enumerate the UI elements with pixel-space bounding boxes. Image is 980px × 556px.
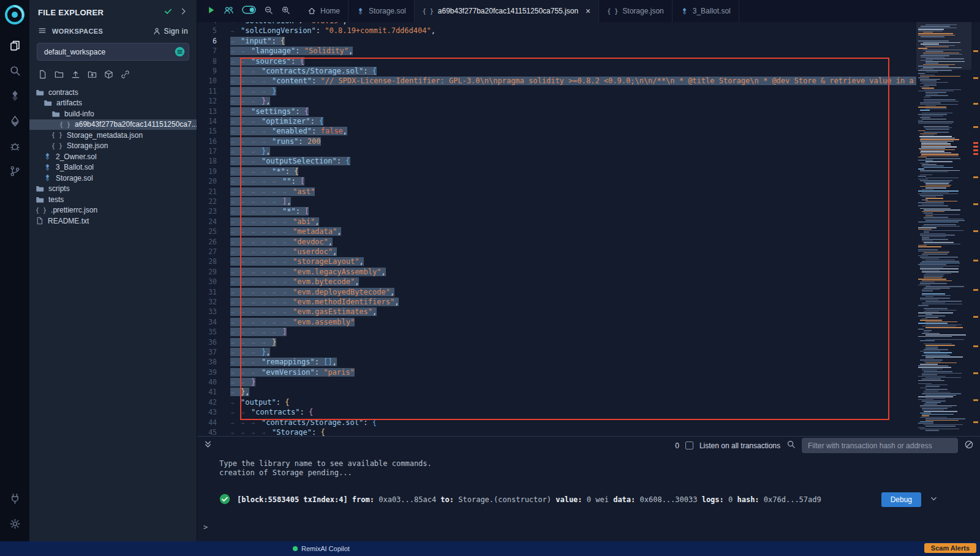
debugger-icon[interactable] (0, 133, 29, 159)
tree-item-scripts[interactable]: scripts (29, 184, 197, 195)
zoom-out-icon[interactable] (264, 6, 273, 17)
tree-item-contracts[interactable]: contracts (29, 87, 197, 98)
code-line-26[interactable]: 26→→→→→→"devdoc", (197, 237, 916, 247)
zoom-in-icon[interactable] (281, 6, 290, 17)
code-line-19[interactable]: 19→→→→"*": { (197, 167, 916, 176)
code-line-20[interactable]: 20→→→→→"": [ (197, 176, 916, 186)
solidity-compiler-icon[interactable] (0, 83, 29, 108)
git-icon[interactable] (0, 159, 29, 184)
code-line-28[interactable]: 28→→→→→→"storageLayout", (197, 257, 916, 266)
code-line-37[interactable]: 37→→→}, (197, 347, 916, 357)
code-line-40[interactable]: 40→→} (197, 377, 916, 387)
code-line-22[interactable]: 22→→→→→], (197, 197, 916, 206)
workspace-selector[interactable]: default_workspace (37, 43, 189, 61)
copilot-status[interactable]: RemixAI Copilot (293, 541, 350, 556)
code-line-24[interactable]: 24→→→→→→"abi", (197, 217, 916, 227)
code-line-36[interactable]: 36→→→→} (197, 337, 916, 347)
code-line-23[interactable]: 23→→→→→"*": [ (197, 206, 916, 216)
tree-item-3-ballot-sol[interactable]: 3_Ballot.sol (29, 162, 197, 173)
code-line-27[interactable]: 27→→→→→→"userdoc", (197, 247, 916, 257)
code-line-9[interactable]: 9→→→"contracts/Storage.sol": { (197, 66, 916, 76)
code-line-35[interactable]: 35→→→→→] (197, 327, 916, 337)
code-line-25[interactable]: 25→→→→→→"metadata", (197, 227, 916, 236)
tab-home[interactable]: Home (300, 0, 349, 22)
terminal-output[interactable]: Type the library name to see available c… (197, 454, 980, 541)
upload-file-icon[interactable] (71, 70, 80, 81)
scam-alerts-badge[interactable]: Scam Alerts (924, 543, 976, 553)
listen-all-checkbox[interactable] (685, 441, 693, 449)
run-script-icon[interactable] (206, 6, 216, 17)
code-line-7[interactable]: 7→→"language": "Solidity", (197, 46, 916, 56)
overview-ruler[interactable] (971, 22, 980, 436)
code-line-34[interactable]: 34→→→→→→"evm.assembly" (197, 317, 916, 327)
new-file-icon[interactable] (38, 70, 47, 81)
upload-folder-icon[interactable] (88, 70, 97, 81)
clear-terminal-icon[interactable] (964, 440, 974, 452)
transaction-filter-input[interactable] (802, 438, 958, 453)
link-icon[interactable] (121, 70, 130, 81)
code-line-30[interactable]: 30→→→→→→"evm.bytecode", (197, 277, 916, 287)
tree-item-storage-metadata-json[interactable]: { }Storage_metadata.json (29, 130, 197, 141)
workspace-options-icon[interactable] (175, 47, 185, 57)
deploy-and-run-icon[interactable] (0, 108, 29, 133)
tab-storage-sol[interactable]: Storage.sol (349, 0, 415, 22)
code-line-11[interactable]: 11→→→→} (197, 86, 916, 96)
tab-storage-json[interactable]: { }Storage.json (599, 0, 672, 22)
hamburger-icon[interactable] (38, 26, 47, 36)
code-line-44[interactable]: 44→→→"contracts/Storage.sol": { (197, 418, 916, 427)
code-line-18[interactable]: 18→→→"outputSelection": { (197, 156, 916, 166)
code-line-5[interactable]: 5→"solcLongVersion": "0.8.19+commit.7dd6… (197, 26, 916, 36)
tree-item-prettierrc-json[interactable]: { }.prettierrc.json (29, 205, 197, 216)
code-line-6[interactable]: 6→"input": { (197, 36, 916, 46)
code-line-43[interactable]: 43→→"contracts": { (197, 407, 916, 417)
code-line-45[interactable]: 45→→→→"Storage": { (197, 427, 916, 436)
code-line-8[interactable]: 8→→"sources": { (197, 56, 916, 66)
code-line-15[interactable]: 15→→→→"enabled": false, (197, 126, 916, 136)
code-line-42[interactable]: 42→"output": { (197, 397, 916, 407)
code-line-21[interactable]: 21→→→→→→"ast" (197, 187, 916, 197)
debug-button[interactable]: Debug (881, 492, 921, 507)
code-line-32[interactable]: 32→→→→→→"evm.methodIdentifiers", (197, 297, 916, 307)
collapse-terminal-icon[interactable] (203, 440, 213, 451)
users-icon[interactable] (224, 5, 234, 18)
chevron-right-icon[interactable] (179, 7, 188, 18)
tree-item-tests[interactable]: tests (29, 194, 197, 205)
tree-item-artifacts[interactable]: artifacts (29, 98, 197, 109)
cube-icon[interactable] (104, 70, 113, 81)
transaction-row[interactable]: [block:5583405 txIndex:4] from: 0xa03...… (219, 492, 980, 507)
code-line-17[interactable]: 17→→→}, (197, 146, 916, 156)
terminal-search-icon[interactable] (786, 440, 796, 451)
tree-item-readme-txt[interactable]: README.txt (29, 216, 197, 227)
code-line-10[interactable]: 10→→→→"content": "// SPDX-License-Identi… (197, 76, 916, 86)
code-line-12[interactable]: 12→→→}, (197, 96, 916, 106)
chevron-down-icon[interactable] (929, 494, 938, 505)
search-icon[interactable] (0, 58, 29, 83)
check-icon[interactable] (164, 7, 173, 18)
sign-in-button[interactable]: Sign in (153, 27, 189, 36)
settings-gear-icon[interactable] (0, 511, 29, 536)
code-line-39[interactable]: 39→→→"evmVersion": "paris" (197, 367, 916, 377)
code-line-16[interactable]: 16→→→→"runs": 200 (197, 137, 916, 146)
tree-item-a69b43f277ba20fcac141151250ca7[interactable]: { }a69b43f277ba20fcac141151250ca7... (29, 119, 197, 130)
tree-item-storage-sol[interactable]: Storage.sol (29, 173, 197, 184)
file-explorer-icon[interactable] (0, 33, 29, 58)
tree-item-storage-json[interactable]: { }Storage.json (29, 141, 197, 152)
code-line-41[interactable]: 41→}, (197, 387, 916, 397)
ai-copilot-toggle[interactable] (242, 6, 256, 17)
terminal-prompt[interactable]: > (203, 523, 208, 532)
tree-item-2-owner-sol[interactable]: 2_Owner.sol (29, 151, 197, 162)
code-editor[interactable]: 4→"solcVersion": "0.8.19",5→"solcLongVer… (197, 22, 980, 436)
tree-item-build-info[interactable]: build-info (29, 108, 197, 119)
minimap[interactable] (916, 22, 971, 436)
tab-a69b43f277ba20fcac141151250ca755-json[interactable]: { }a69b43f277ba20fcac141151250ca755.json… (415, 0, 600, 22)
remix-logo-icon[interactable] (4, 4, 26, 26)
plugin-manager-icon[interactable] (0, 486, 29, 511)
code-line-29[interactable]: 29→→→→→→"evm.legacyAssembly", (197, 267, 916, 277)
close-tab-icon[interactable]: × (586, 7, 590, 15)
code-line-38[interactable]: 38→→→"remappings": [], (197, 357, 916, 367)
code-line-13[interactable]: 13→→"settings": { (197, 107, 916, 116)
code-line-14[interactable]: 14→→→"optimizer": { (197, 116, 916, 126)
new-folder-icon[interactable] (55, 70, 64, 81)
tab-3-ballot-sol[interactable]: 3_Ballot.sol (673, 0, 739, 22)
code-line-31[interactable]: 31→→→→→→"evm.deployedBytecode", (197, 287, 916, 297)
